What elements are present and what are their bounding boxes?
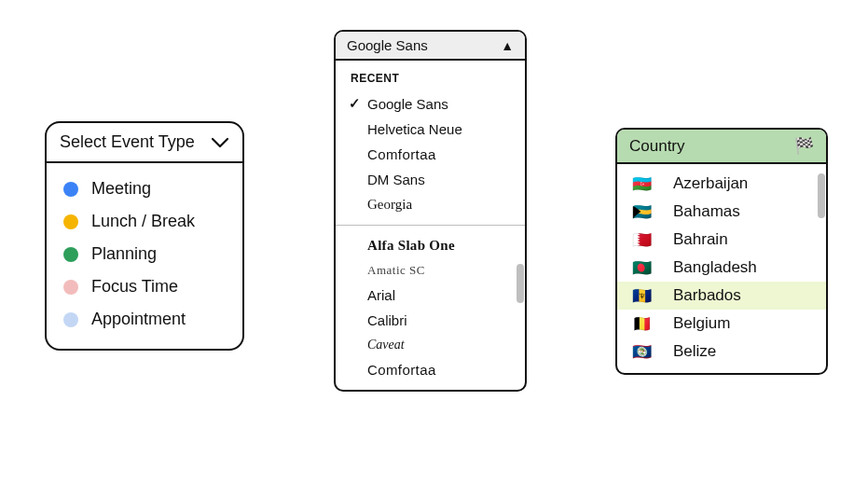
color-dot-icon xyxy=(63,182,78,197)
font-option-label: Helvetica Neue xyxy=(367,121,516,137)
event-type-option-label: Lunch / Break xyxy=(91,212,195,231)
flag-icon: 🇧🇿 xyxy=(632,344,654,360)
event-type-option[interactable]: Planning xyxy=(50,238,239,270)
flag-icon: 🇧🇩 xyxy=(632,260,654,276)
event-type-option-label: Appointment xyxy=(91,310,186,329)
font-option[interactable]: DM Sans xyxy=(336,167,525,192)
font-menu: Google Sans ▲ RECENT ✓Google SansHelveti… xyxy=(334,30,527,392)
font-option[interactable]: Arial xyxy=(336,283,525,308)
font-option[interactable]: Comfortaa xyxy=(336,357,525,382)
chevron-down-icon xyxy=(211,133,229,152)
font-option-label: DM Sans xyxy=(367,172,516,187)
font-option-label: Comfortaa xyxy=(367,362,516,378)
font-option[interactable]: Amatic SC xyxy=(336,258,525,283)
event-type-list: MeetingLunch / BreakPlanningFocus TimeAp… xyxy=(47,163,242,349)
country-option-label: Belize xyxy=(673,342,716,361)
color-dot-icon xyxy=(63,280,78,295)
font-option-label: Caveat xyxy=(367,338,516,352)
font-option-label: Georgia xyxy=(367,197,516,213)
country-label: Country xyxy=(629,137,685,156)
font-selected-label: Google Sans xyxy=(347,37,428,53)
checkered-flag-icon: 🏁 xyxy=(794,136,814,156)
event-type-label: Select Event Type xyxy=(60,132,195,152)
flag-icon: 🇧🇪 xyxy=(632,316,654,332)
font-trigger[interactable]: Google Sans ▲ xyxy=(336,32,525,61)
font-section-recent-label: RECENT xyxy=(336,70,525,90)
country-option-label: Barbados xyxy=(673,286,741,305)
event-type-option[interactable]: Focus Time xyxy=(50,270,239,303)
scrollbar-thumb[interactable] xyxy=(818,173,825,218)
country-option-label: Bangladesh xyxy=(673,258,757,277)
country-option[interactable]: 🇧🇩Bangladesh xyxy=(617,254,826,282)
country-option-label: Bahamas xyxy=(673,202,740,221)
font-option[interactable]: Comfortaa xyxy=(336,142,525,167)
country-option-label: Azerbaijan xyxy=(673,174,748,193)
font-option-label: Comfortaa xyxy=(367,146,516,162)
event-type-menu: Select Event Type MeetingLunch / BreakPl… xyxy=(45,121,244,351)
event-type-option[interactable]: Meeting xyxy=(50,173,239,205)
color-dot-icon xyxy=(63,214,78,229)
font-option-label: Arial xyxy=(367,287,516,303)
triangle-up-icon: ▲ xyxy=(501,39,514,52)
font-option[interactable]: Georgia xyxy=(336,192,525,217)
flag-icon: 🇧🇧 xyxy=(632,288,654,304)
event-type-option-label: Meeting xyxy=(91,179,151,199)
country-option[interactable]: 🇧🇧Barbados xyxy=(617,282,826,310)
font-option-label: Alfa Slab One xyxy=(367,238,516,254)
checkmark-icon: ✓ xyxy=(349,95,367,112)
font-option[interactable]: Calibri xyxy=(336,308,525,333)
font-option[interactable]: Caveat xyxy=(336,333,525,357)
country-option[interactable]: 🇧🇪Belgium xyxy=(617,310,826,338)
flag-icon: 🇦🇿 xyxy=(632,176,654,192)
flag-icon: 🇧🇭 xyxy=(632,232,654,248)
font-list: RECENT ✓Google SansHelvetica NeueComfort… xyxy=(336,61,525,390)
font-option-label: Google Sans xyxy=(367,96,516,112)
event-type-option[interactable]: Lunch / Break xyxy=(50,205,239,238)
event-type-option-label: Planning xyxy=(91,244,157,264)
country-trigger[interactable]: Country 🏁 xyxy=(617,130,826,164)
event-type-option-label: Focus Time xyxy=(91,277,178,297)
country-option[interactable]: 🇦🇿Azerbaijan xyxy=(617,170,826,198)
font-option-label: Amatic SC xyxy=(367,263,516,278)
country-option-label: Belgium xyxy=(673,314,730,333)
color-dot-icon xyxy=(63,247,78,262)
font-option[interactable]: ✓Google Sans xyxy=(336,90,525,117)
country-option[interactable]: 🇧🇸Bahamas xyxy=(617,198,826,226)
country-option[interactable]: 🇧🇿Belize xyxy=(617,338,826,366)
font-option-label: Calibri xyxy=(367,312,516,328)
event-type-trigger[interactable]: Select Event Type xyxy=(47,123,242,163)
flag-icon: 🇧🇸 xyxy=(632,204,654,220)
scrollbar-thumb[interactable] xyxy=(517,264,524,303)
country-option[interactable]: 🇧🇭Bahrain xyxy=(617,226,826,254)
divider xyxy=(336,225,525,226)
country-list: 🇦🇿Azerbaijan🇧🇸Bahamas🇧🇭Bahrain🇧🇩Banglade… xyxy=(617,164,826,373)
event-type-option[interactable]: Appointment xyxy=(50,303,239,336)
color-dot-icon xyxy=(63,312,78,327)
font-option[interactable]: Helvetica Neue xyxy=(336,117,525,142)
country-option-label: Bahrain xyxy=(673,230,728,249)
font-option[interactable]: Alfa Slab One xyxy=(336,233,525,258)
country-menu: Country 🏁 🇦🇿Azerbaijan🇧🇸Bahamas🇧🇭Bahrain… xyxy=(615,128,828,375)
